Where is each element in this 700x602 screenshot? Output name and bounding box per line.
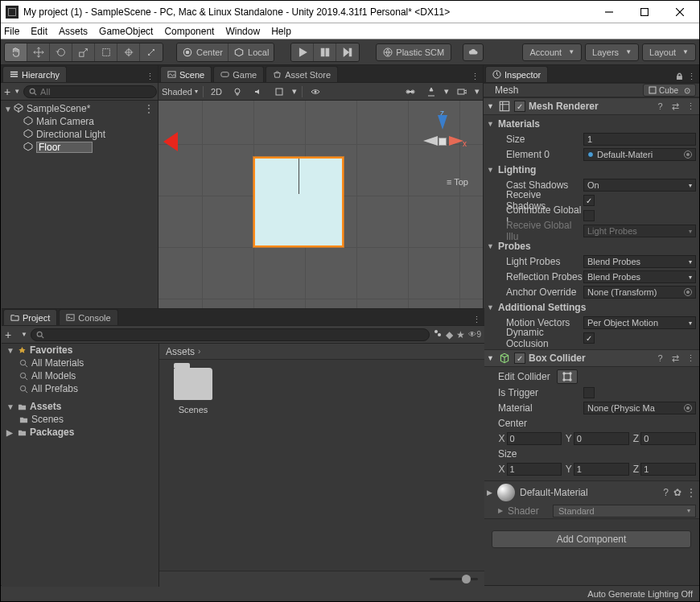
- center-y-field[interactable]: [574, 432, 629, 445]
- receive-shadows-checkbox[interactable]: [583, 195, 595, 206]
- component-menu-icon[interactable]: ⋮: [686, 487, 696, 498]
- physic-material-field[interactable]: None (Physic Ma: [583, 402, 696, 414]
- scene-menu-icon[interactable]: ⋮: [144, 103, 154, 114]
- hand-tool[interactable]: [5, 43, 27, 61]
- transform-tool-combined[interactable]: [117, 43, 140, 61]
- project-favorite-icon[interactable]: ★: [456, 329, 465, 340]
- scene-tab[interactable]: Scene: [160, 66, 212, 82]
- scale-tool[interactable]: [72, 43, 95, 61]
- play-button[interactable]: [291, 43, 314, 61]
- menu-window[interactable]: Window: [225, 26, 260, 37]
- packages-folder[interactable]: ▶Packages: [2, 426, 159, 439]
- scene-camera-settings[interactable]: [402, 85, 418, 98]
- shading-dropdown[interactable]: Shaded▾: [162, 87, 198, 97]
- hierarchy-search[interactable]: [23, 85, 157, 98]
- project-tab[interactable]: Project: [3, 309, 57, 325]
- component-menu-icon[interactable]: ⋮: [686, 353, 696, 364]
- fx-toggle[interactable]: [271, 85, 287, 98]
- add-component-button[interactable]: Add Component: [492, 530, 691, 548]
- shader-dropdown[interactable]: Standard▾: [553, 505, 696, 517]
- light-probes-dropdown[interactable]: Blend Probes▾: [583, 255, 696, 268]
- console-tab[interactable]: Console: [59, 309, 117, 325]
- mesh-renderer-header[interactable]: ▼ Mesh Renderer ?⇄⋮: [484, 97, 699, 115]
- project-search-input[interactable]: [47, 330, 425, 340]
- menu-edit[interactable]: Edit: [31, 26, 47, 37]
- pivot-toggle[interactable]: Center: [177, 43, 229, 61]
- is-trigger-checkbox[interactable]: [583, 387, 595, 398]
- favorite-item[interactable]: All Materials: [2, 357, 159, 369]
- maximize-button[interactable]: [627, 2, 662, 23]
- cast-shadows-dropdown[interactable]: On▾: [583, 179, 696, 192]
- favorite-item[interactable]: All Prefabs: [2, 382, 159, 395]
- scene-camera-icon[interactable]: [454, 85, 470, 98]
- assets-folder[interactable]: ▼Assets: [2, 400, 159, 413]
- hierarchy-search-input[interactable]: [40, 87, 151, 97]
- 2d-toggle[interactable]: 2D: [208, 85, 224, 98]
- preset-icon[interactable]: ⇄: [670, 353, 681, 364]
- mesh-slot[interactable]: Cube⊙: [643, 84, 696, 97]
- perspective-label[interactable]: Top: [447, 177, 468, 187]
- folder-item[interactable]: Scenes: [2, 413, 159, 426]
- favorite-item[interactable]: All Models: [2, 369, 159, 382]
- size-x-field[interactable]: [507, 463, 562, 476]
- anchor-override-field[interactable]: None (Transform): [583, 286, 696, 299]
- project-filter-icon[interactable]: [433, 328, 443, 340]
- step-button[interactable]: [336, 43, 359, 61]
- menu-gameobject[interactable]: GameObject: [99, 26, 153, 37]
- mesh-filter-collapsed[interactable]: Mesh Cube⊙: [484, 83, 699, 97]
- lighting-toggle[interactable]: [229, 85, 245, 98]
- orientation-gizmo[interactable]: z x: [418, 109, 467, 173]
- favorites-section[interactable]: ▼Favorites: [2, 344, 159, 357]
- account-dropdown[interactable]: Account▼: [522, 43, 582, 61]
- lighting-foldout[interactable]: ▼Lighting: [487, 163, 696, 177]
- contribute-gi-checkbox[interactable]: [583, 210, 595, 221]
- gizmos-toggle[interactable]: [423, 85, 439, 98]
- center-z-field[interactable]: [640, 432, 696, 445]
- cloud-button[interactable]: [463, 43, 484, 61]
- panel-menu-icon[interactable]: ⋮: [472, 315, 481, 325]
- selected-cube[interactable]: [253, 157, 344, 247]
- thumbnail-size-slider[interactable]: [430, 578, 478, 580]
- rotate-tool[interactable]: [50, 43, 72, 61]
- component-menu-icon[interactable]: ⋮: [686, 101, 696, 112]
- dynamic-occlusion-checkbox[interactable]: [583, 332, 595, 344]
- inspector-tab[interactable]: Inspector: [485, 66, 548, 82]
- help-icon[interactable]: ?: [655, 101, 665, 112]
- layers-dropdown[interactable]: Layers▼: [585, 43, 639, 61]
- project-label-icon[interactable]: ◆: [446, 329, 453, 340]
- gameobject-row[interactable]: Directional Light: [1, 128, 158, 141]
- close-button[interactable]: [662, 2, 698, 23]
- edit-collider-button[interactable]: [557, 369, 578, 384]
- help-icon[interactable]: ?: [663, 487, 669, 498]
- pause-button[interactable]: [314, 43, 336, 61]
- rename-input[interactable]: [36, 142, 93, 153]
- project-create-button[interactable]: +: [5, 328, 18, 341]
- game-tab[interactable]: Game: [213, 66, 264, 82]
- assetstore-tab[interactable]: Asset Store: [266, 66, 338, 82]
- mesh-renderer-enabled[interactable]: [514, 101, 525, 112]
- probes-foldout[interactable]: ▼Probes: [487, 239, 696, 254]
- gameobject-row[interactable]: Main Camera: [1, 115, 158, 128]
- menu-help[interactable]: Help: [271, 26, 291, 37]
- reflection-probes-dropdown[interactable]: Blend Probes▾: [583, 270, 696, 283]
- collab-button[interactable]: Plastic SCM: [376, 43, 451, 61]
- project-search[interactable]: [31, 328, 430, 341]
- panel-menu-icon[interactable]: ⋮: [471, 72, 480, 82]
- layout-dropdown[interactable]: Layout▼: [642, 43, 696, 61]
- size-z-field[interactable]: [640, 463, 696, 476]
- hierarchy-tab[interactable]: Hierarchy: [2, 66, 67, 82]
- scene-visibility-toggle[interactable]: [307, 85, 323, 98]
- minimize-button[interactable]: [591, 2, 627, 23]
- additional-foldout[interactable]: ▼Additional Settings: [487, 300, 696, 315]
- panel-menu-icon[interactable]: ⋮: [687, 72, 696, 82]
- audio-toggle[interactable]: [250, 85, 266, 98]
- scene-row[interactable]: ▼ SampleScene* ⋮: [1, 102, 158, 115]
- size-y-field[interactable]: [574, 463, 629, 476]
- motion-vectors-dropdown[interactable]: Per Object Motion▾: [583, 316, 696, 329]
- inspector-lock-icon[interactable]: 🔒︎: [675, 72, 684, 82]
- custom-tool[interactable]: [140, 43, 163, 61]
- mat-size-field[interactable]: [583, 133, 696, 146]
- gameobject-renaming-row[interactable]: [1, 141, 158, 154]
- menu-assets[interactable]: Assets: [59, 26, 88, 37]
- center-x-field[interactable]: [507, 432, 562, 445]
